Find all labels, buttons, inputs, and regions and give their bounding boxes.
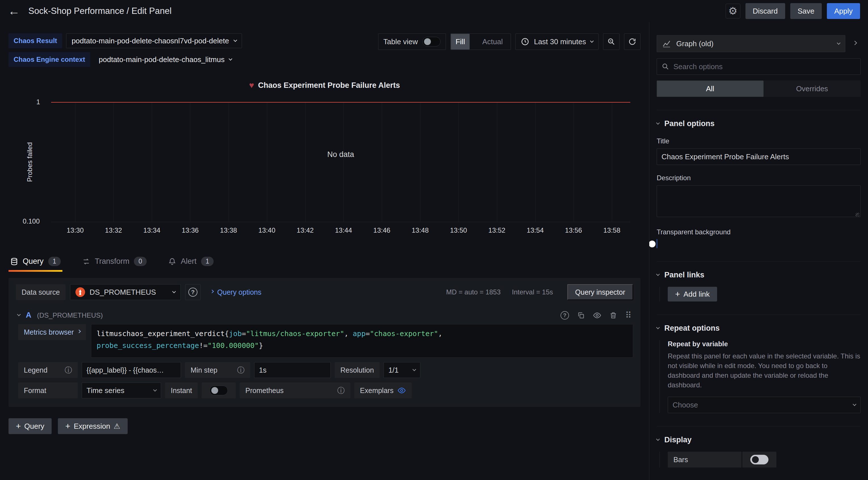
query-options-toggle[interactable]: Query options: [211, 288, 261, 297]
table-view-control: Table view: [378, 33, 446, 50]
gridline: [574, 103, 574, 222]
x-tick-label: 13:32: [105, 227, 122, 234]
disable-query-button[interactable]: [593, 311, 601, 320]
graph-viz-icon: [662, 39, 671, 48]
panel-preview-title: ♥ Chaos Experiment Probe Failure Alerts: [8, 80, 641, 90]
add-query-button[interactable]: + Query: [8, 418, 52, 434]
apply-button[interactable]: Apply: [827, 3, 860, 19]
plot-area: Probes failed 1 0.100 No data 13:3013:32…: [51, 102, 630, 222]
zoom-out-button[interactable]: [603, 33, 620, 50]
refresh-icon: [628, 37, 637, 46]
instant-toggle[interactable]: [210, 386, 228, 395]
y-axis-title: Probes failed: [26, 141, 34, 183]
chaos-result-label: Chaos Result: [8, 33, 62, 48]
description-textarea[interactable]: [657, 185, 861, 217]
prometheus-type-label: Prometheus: [245, 386, 284, 395]
display-title: Display: [664, 436, 691, 444]
options-tab-group: All Overrides: [657, 80, 861, 97]
chevron-right-icon: [78, 330, 81, 333]
x-tick-label: 13:38: [220, 227, 237, 234]
chevron-right-icon: [852, 40, 857, 45]
chaos-result-dropdown[interactable]: podtato-main-pod-delete-chaosnl7vd-pod-d…: [66, 33, 242, 48]
min-step-label-text: Min step: [191, 366, 217, 374]
warning-icon: ⚠: [114, 422, 120, 431]
tab-query[interactable]: Query 1: [8, 254, 62, 272]
actual-option[interactable]: Actual: [474, 34, 510, 49]
repeat-options-header[interactable]: Repeat options: [657, 324, 861, 333]
tab-alert[interactable]: Alert 1: [166, 254, 215, 272]
fill-option[interactable]: Fill: [451, 34, 470, 49]
datasource-label: Data source: [16, 284, 65, 300]
chaos-engine-dropdown[interactable]: podtato-main-pod-delete-chaos_litmus: [94, 52, 236, 67]
x-tick-label: 13:48: [411, 227, 429, 234]
time-range-picker[interactable]: Last 30 minutes: [516, 33, 598, 50]
plus-icon: +: [675, 289, 680, 299]
database-icon: [10, 258, 18, 266]
x-tick-label: 13:56: [565, 227, 582, 234]
chevron-right-icon: [210, 289, 214, 293]
drag-handle-icon[interactable]: ⠿: [625, 311, 631, 320]
search-input[interactable]: [674, 62, 856, 71]
chevron-down-icon: [412, 368, 416, 371]
resolution-select[interactable]: 1/1: [383, 362, 421, 378]
description-field-label: Description: [657, 174, 861, 182]
info-icon: ⓘ: [337, 387, 345, 394]
chevron-down-icon: [656, 437, 660, 441]
back-arrow-icon[interactable]: ←: [8, 5, 20, 17]
x-tick-label: 13:58: [603, 227, 620, 234]
display-header[interactable]: Display: [657, 436, 861, 444]
toggle-viz-picker-button[interactable]: [849, 43, 861, 44]
add-expression-button[interactable]: + Expression ⚠: [58, 418, 127, 434]
duplicate-query-button[interactable]: [577, 311, 585, 319]
delete-query-button[interactable]: [609, 311, 617, 319]
table-view-toggle[interactable]: [422, 37, 440, 46]
metrics-browser-label: Metrics browser: [24, 328, 74, 336]
refresh-button[interactable]: [624, 33, 641, 50]
tab-overrides[interactable]: Overrides: [764, 80, 861, 97]
add-expression-label: Expression: [74, 422, 110, 431]
gridline: [75, 103, 75, 222]
panel-options-section: Panel options Title Description Transpar…: [657, 110, 861, 248]
query-inspector-button[interactable]: Query inspector: [567, 284, 633, 300]
repeat-variable-select[interactable]: Choose: [668, 397, 861, 413]
datasource-picker[interactable]: DS_PROMETHEUS: [70, 284, 181, 300]
min-step-input[interactable]: [254, 362, 331, 378]
bars-toggle-wrap: [742, 452, 776, 468]
visualization-picker[interactable]: Graph (old): [657, 35, 845, 52]
discard-button[interactable]: Discard: [745, 3, 785, 19]
no-data-message: No data: [51, 150, 630, 159]
datasource-help-button[interactable]: ?: [185, 284, 200, 300]
tab-query-label: Query: [23, 257, 44, 266]
gridline: [305, 103, 306, 222]
edit-panel-content: Chaos Result podtato-main-pod-delete-cha…: [0, 22, 649, 480]
threshold-line: [51, 102, 630, 103]
tab-transform[interactable]: Transform 0: [81, 254, 148, 272]
save-button[interactable]: Save: [790, 3, 822, 19]
gridline: [114, 103, 114, 222]
query-code[interactable]: litmuschaos_experiment_verdict{job="litm…: [91, 324, 633, 357]
panel-links-header[interactable]: Panel links: [657, 271, 861, 279]
panel-options-header[interactable]: Panel options: [657, 119, 861, 128]
panel-options-title: Panel options: [664, 119, 715, 128]
gridline: [343, 103, 344, 222]
legend-input[interactable]: [82, 362, 181, 378]
collapse-query-chevron[interactable]: [17, 312, 21, 316]
query-help-button[interactable]: ?: [560, 311, 569, 320]
exemplars-eye-icon[interactable]: [397, 386, 406, 395]
format-select[interactable]: Time series: [82, 382, 161, 399]
chaos-engine-value: podtato-main-pod-delete-chaos_litmus: [99, 55, 225, 64]
add-link-button[interactable]: + Add link: [668, 287, 717, 302]
code-line: probe_success_percentage!="100.000000"}: [96, 340, 628, 352]
transparent-bg-toggle[interactable]: [657, 239, 657, 248]
panel-title-input[interactable]: [657, 148, 861, 165]
bars-toggle[interactable]: [750, 455, 769, 465]
transparent-bg-label: Transparent background: [657, 228, 861, 236]
min-step-field-label: Min step ⓘ: [185, 362, 250, 378]
metrics-browser-button[interactable]: Metrics browser: [18, 324, 86, 340]
gridline: [420, 103, 421, 222]
tab-all[interactable]: All: [657, 80, 764, 97]
clock-icon: [521, 37, 529, 46]
options-search: [657, 58, 861, 75]
gear-icon[interactable]: ⚙: [725, 4, 740, 19]
x-tick-label: 13:50: [450, 227, 467, 234]
